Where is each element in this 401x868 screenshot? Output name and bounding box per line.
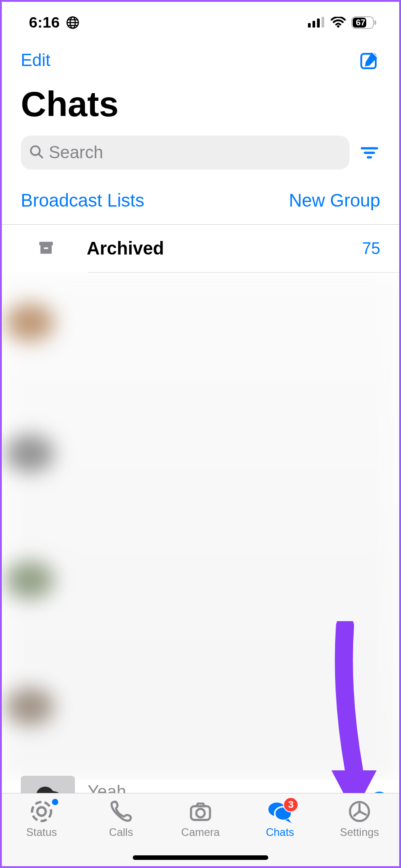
svg-rect-5 [322, 17, 324, 28]
tab-label: Chats [266, 826, 294, 839]
status-dot-icon [52, 799, 58, 805]
status-bar: 6:16 [2, 2, 399, 36]
tab-label: Status [26, 826, 57, 839]
battery-icon: 67 [351, 16, 377, 29]
archived-count: 75 [362, 239, 380, 258]
page-title: Chats [2, 75, 399, 136]
gear-icon [347, 799, 372, 824]
blurred-content [2, 273, 399, 780]
tab-status[interactable]: Status [3, 799, 80, 839]
svg-rect-3 [312, 21, 315, 28]
status-time: 6:16 [29, 14, 60, 31]
archived-label: Archived [87, 238, 331, 259]
svg-rect-16 [39, 241, 53, 245]
tab-label: Camera [181, 826, 219, 839]
svg-rect-9 [374, 20, 376, 25]
filter-button[interactable] [359, 146, 380, 160]
svg-line-30 [354, 811, 359, 816]
search-placeholder: Search [49, 143, 103, 162]
location-services-icon [66, 16, 79, 29]
search-input[interactable]: Search [21, 136, 350, 170]
search-icon [29, 144, 44, 161]
new-group-button[interactable]: New Group [289, 190, 380, 211]
edit-button[interactable]: Edit [21, 51, 50, 70]
tab-label: Calls [109, 826, 133, 839]
phone-icon [108, 799, 134, 824]
svg-line-29 [359, 811, 366, 815]
home-indicator[interactable] [133, 855, 268, 860]
wifi-icon [331, 14, 346, 31]
broadcast-lists-button[interactable]: Broadcast Lists [21, 190, 144, 211]
svg-point-6 [337, 25, 339, 28]
svg-point-20 [32, 802, 51, 821]
svg-point-21 [37, 807, 46, 816]
tab-settings[interactable]: Settings [321, 799, 398, 839]
chats-badge: 3 [283, 797, 298, 812]
svg-line-12 [39, 154, 42, 157]
svg-point-23 [196, 809, 205, 817]
chat-list[interactable] [2, 273, 399, 780]
archived-row[interactable]: Archived 75 [2, 225, 399, 272]
tab-camera[interactable]: Camera [162, 799, 239, 839]
nav-header: Edit [2, 36, 399, 75]
status-icon [29, 799, 54, 824]
svg-rect-2 [308, 23, 311, 28]
battery-level: 67 [356, 18, 365, 28]
tab-label: Settings [340, 826, 379, 839]
compose-button[interactable] [359, 49, 380, 71]
camera-icon [188, 799, 213, 824]
svg-rect-4 [317, 19, 320, 28]
svg-rect-17 [41, 245, 52, 254]
tab-chats[interactable]: 3 Chats [242, 799, 318, 839]
cellular-signal-icon [308, 14, 325, 31]
svg-rect-18 [44, 247, 48, 249]
archive-icon [37, 239, 55, 259]
tab-calls[interactable]: Calls [83, 799, 159, 839]
